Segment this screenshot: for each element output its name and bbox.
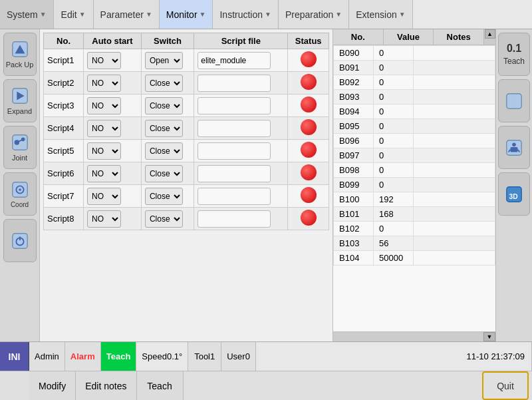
script-file-input[interactable] xyxy=(198,52,271,69)
menu-parameter[interactable]: Parameter ▼ xyxy=(94,0,160,29)
switch-select[interactable]: OpenClose xyxy=(145,142,183,160)
script-file-input[interactable] xyxy=(198,188,271,205)
switch-select[interactable]: OpenClose xyxy=(145,188,183,205)
bottom-area: INI Admin Alarm Teach Speed0.1° Tool1 Us… xyxy=(0,341,532,400)
script-row: Script6NOYESOpenClose xyxy=(44,162,329,185)
right-sidebar-btn3[interactable] xyxy=(498,126,530,169)
svg-point-10 xyxy=(19,188,21,191)
auto-start-select[interactable]: NOYES xyxy=(87,52,121,69)
data-no: B098 xyxy=(334,163,374,178)
modify-button[interactable]: Modify xyxy=(29,371,76,400)
data-value: 0 xyxy=(374,119,414,134)
data-notes xyxy=(414,192,495,207)
script-file-input[interactable] xyxy=(198,165,271,182)
script-status xyxy=(288,208,329,230)
arrow-up-icon xyxy=(11,40,29,59)
sidebar-pack-up[interactable]: Pack Up xyxy=(3,33,37,76)
right-sidebar-btn4[interactable]: 3D xyxy=(498,172,530,216)
script-switch: OpenClose xyxy=(141,49,194,72)
menu-preparation[interactable]: Preparation ▼ xyxy=(279,0,349,29)
auto-start-select[interactable]: NOYES xyxy=(87,142,121,160)
script-file xyxy=(194,95,288,117)
svg-text:3D: 3D xyxy=(509,192,518,200)
switch-select[interactable]: OpenClose xyxy=(145,97,183,114)
auto-start-select[interactable]: NOYES xyxy=(87,75,121,92)
right-sidebar-btn2[interactable] xyxy=(498,79,530,122)
menu-instruction[interactable]: Instruction ▼ xyxy=(213,0,279,29)
data-no: B094 xyxy=(334,104,374,119)
script-file-input[interactable] xyxy=(198,120,271,137)
menu-edit[interactable]: Edit ▼ xyxy=(54,0,94,29)
sidebar-joint[interactable]: Joint xyxy=(3,126,37,169)
data-row: B0900 xyxy=(334,46,495,61)
script-no: Script3 xyxy=(44,95,84,117)
data-notes xyxy=(414,222,495,236)
script-file-input[interactable] xyxy=(198,97,271,114)
script-file-input[interactable] xyxy=(198,210,271,228)
menu-system[interactable]: System ▼ xyxy=(0,0,54,29)
data-notes xyxy=(414,207,495,222)
speed-status[interactable]: Speed0.1° xyxy=(136,342,188,371)
script-area: No. Auto start Switch Script file Status… xyxy=(40,29,332,341)
data-row: B1020 xyxy=(334,222,495,236)
switch-select[interactable]: OpenClose xyxy=(145,75,183,92)
col-status: Status xyxy=(288,33,329,49)
teach-button[interactable]: 0.1 Teach xyxy=(498,33,530,76)
script-status xyxy=(288,72,329,95)
ini-button[interactable]: INI xyxy=(0,342,29,371)
data-value: 0 xyxy=(374,134,414,148)
user-status[interactable]: User0 xyxy=(221,342,256,371)
data-no: B096 xyxy=(334,134,374,148)
sidebar-coord[interactable]: Coord xyxy=(3,172,37,216)
svg-rect-14 xyxy=(507,93,521,108)
tool-status[interactable]: Tool1 xyxy=(188,342,221,371)
data-value: 0 xyxy=(374,46,414,61)
auto-start-select[interactable]: NOYES xyxy=(87,120,121,137)
data-no: B103 xyxy=(334,236,374,251)
script-no: Script6 xyxy=(44,162,84,185)
data-row: B0960 xyxy=(334,134,495,148)
script-row: Script4NOYESOpenClose xyxy=(44,117,329,140)
data-row: B0910 xyxy=(334,61,495,75)
data-table-scroll[interactable]: B0900B0910B0920B0930B0940B0950B0960B0970… xyxy=(333,45,495,331)
switch-select[interactable]: OpenClose xyxy=(145,120,183,137)
scroll-up-arrow[interactable]: ▲ xyxy=(485,29,495,39)
script-file-input[interactable] xyxy=(198,142,271,160)
admin-status[interactable]: Admin xyxy=(29,342,65,371)
auto-start-select[interactable]: NOYES xyxy=(87,165,121,182)
alarm-status[interactable]: Alarm xyxy=(65,342,101,371)
status-indicator xyxy=(301,142,317,158)
switch-select[interactable]: OpenClose xyxy=(145,210,183,228)
script-file xyxy=(194,208,288,230)
script-row: Script1NOYESOpenClose xyxy=(44,49,329,72)
status-indicator xyxy=(301,119,317,135)
data-notes xyxy=(414,134,495,148)
switch-select[interactable]: OpenClose xyxy=(145,165,183,182)
edit-notes-button[interactable]: Edit notes xyxy=(76,371,136,400)
quit-button[interactable]: Quit xyxy=(482,371,529,400)
teach-status[interactable]: Teach xyxy=(101,342,137,371)
sidebar-expand[interactable]: Expand xyxy=(3,79,37,122)
menu-bar: System ▼ Edit ▼ Parameter ▼ Monitor ▼ In… xyxy=(0,0,532,29)
svg-rect-17 xyxy=(510,147,517,152)
script-status xyxy=(288,162,329,185)
svg-rect-11 xyxy=(12,233,27,248)
data-notes xyxy=(414,251,495,266)
data-value: 192 xyxy=(374,192,414,207)
sidebar-power[interactable] xyxy=(3,219,37,262)
auto-start-select[interactable]: NOYES xyxy=(87,97,121,114)
auto-start-select[interactable]: NOYES xyxy=(87,210,121,228)
switch-select[interactable]: OpenClose xyxy=(145,52,183,69)
status-indicator xyxy=(301,97,317,112)
data-no: B093 xyxy=(334,90,374,104)
scroll-down-arrow[interactable]: ▼ xyxy=(483,332,495,341)
script-no: Script1 xyxy=(44,49,84,72)
action-row: Modify Edit notes Teach Quit xyxy=(0,371,532,400)
data-value: 0 xyxy=(374,178,414,192)
auto-start-select[interactable]: NOYES xyxy=(87,188,121,205)
data-row: B10450000 xyxy=(334,251,495,266)
menu-extension[interactable]: Extension ▼ xyxy=(349,0,412,29)
menu-monitor[interactable]: Monitor ▼ xyxy=(160,0,213,29)
script-file-input[interactable] xyxy=(198,75,271,92)
teach-action-button[interactable]: Teach xyxy=(137,371,184,400)
